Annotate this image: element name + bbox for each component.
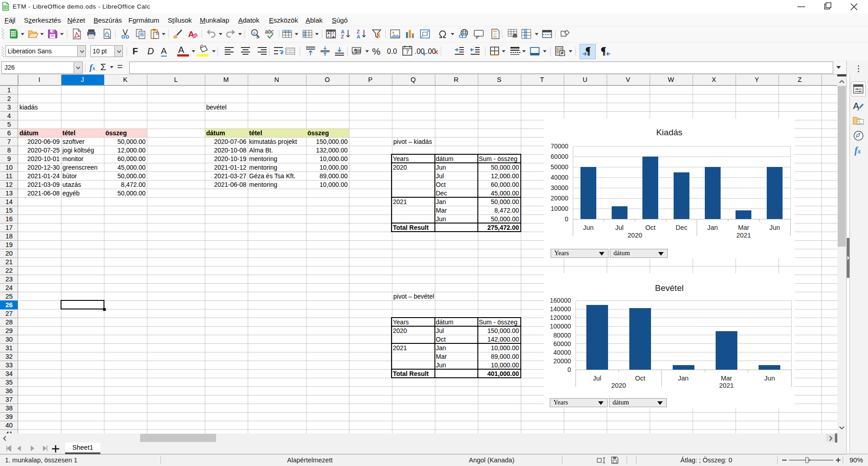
svg-text:d: d	[256, 35, 259, 39]
svg-text:Z: Z	[357, 29, 360, 34]
svg-text:Z: Z	[327, 35, 330, 39]
svg-text:abc: abc	[265, 29, 274, 35]
svg-text:A: A	[332, 35, 335, 39]
svg-text:A: A	[341, 29, 344, 34]
svg-text:a: a	[253, 31, 255, 35]
svg-text:Z: Z	[341, 34, 344, 39]
svg-text:A: A	[357, 34, 360, 39]
svg-text:7: 7	[406, 48, 409, 55]
